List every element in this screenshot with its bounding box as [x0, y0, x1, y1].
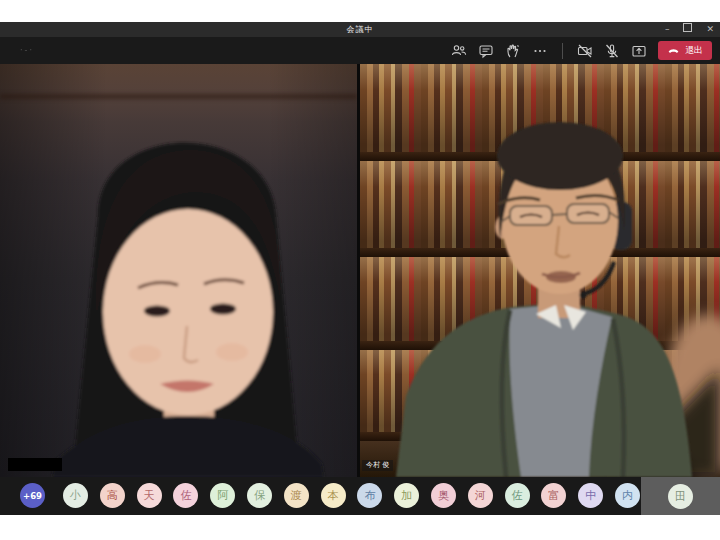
participants-bar: +69 小高天佐阿保渡本布加奥河佐富中内 田	[0, 477, 720, 515]
chat-icon[interactable]	[478, 43, 494, 59]
participant-avatar[interactable]: 佐	[505, 483, 530, 508]
mic-muted-icon[interactable]	[604, 43, 620, 59]
participant-avatar[interactable]: 佐	[173, 483, 198, 508]
participant-avatar[interactable]: 小	[63, 483, 88, 508]
reactions-icon[interactable]	[505, 43, 521, 59]
redacted-name-label	[8, 458, 62, 471]
leave-button[interactable]: 退出	[658, 41, 712, 60]
participant-avatar[interactable]: 中	[578, 483, 603, 508]
video-tile-left[interactable]	[0, 64, 357, 477]
participant-avatar[interactable]: 天	[137, 483, 162, 508]
video-stage: 今村 俊	[0, 64, 720, 477]
participant-avatar[interactable]: 河	[468, 483, 493, 508]
participant-avatar[interactable]: 加	[394, 483, 419, 508]
meeting-window: 会議中 – ✕ ·-·	[0, 22, 720, 515]
participant-avatar[interactable]: 阿	[210, 483, 235, 508]
participants-row: 小高天佐阿保渡本布加奥河佐富中内	[63, 483, 640, 508]
overflow-count-badge[interactable]: +69	[20, 483, 45, 508]
participant-avatar[interactable]: 渡	[284, 483, 309, 508]
maximize-icon	[683, 23, 692, 32]
camera-off-icon[interactable]	[577, 43, 593, 59]
maximize-button[interactable]	[683, 22, 692, 37]
video-tile-right[interactable]: 今村 俊	[360, 64, 720, 477]
share-screen-icon[interactable]	[631, 43, 647, 59]
participant-name-label: 今村 俊	[362, 460, 393, 471]
more-icon[interactable]	[532, 43, 548, 59]
participants-icon[interactable]	[451, 43, 467, 59]
woman-portrait	[0, 64, 357, 477]
participant-avatar[interactable]: 奥	[431, 483, 456, 508]
participant-avatar[interactable]: 富	[541, 483, 566, 508]
active-speaker-tile[interactable]: 田	[641, 477, 720, 515]
participant-avatar: 田	[668, 484, 693, 509]
window-title: 会議中	[347, 24, 374, 35]
minimize-button[interactable]: –	[665, 22, 670, 37]
participant-avatar[interactable]: 保	[247, 483, 272, 508]
participant-avatar[interactable]: 布	[357, 483, 382, 508]
phone-hangup-icon	[667, 44, 680, 57]
close-button[interactable]: ✕	[706, 22, 714, 37]
call-controls-bar: ·-·	[0, 37, 720, 64]
participant-avatar[interactable]: 高	[100, 483, 125, 508]
status-indicator-icon: ·-·	[20, 46, 34, 55]
participant-avatar[interactable]: 内	[615, 483, 640, 508]
leave-button-label: 退出	[685, 44, 703, 57]
titlebar: 会議中 – ✕	[0, 22, 720, 37]
toolbar-divider	[562, 43, 563, 59]
man-portrait	[360, 64, 720, 477]
participant-avatar[interactable]: 本	[321, 483, 346, 508]
